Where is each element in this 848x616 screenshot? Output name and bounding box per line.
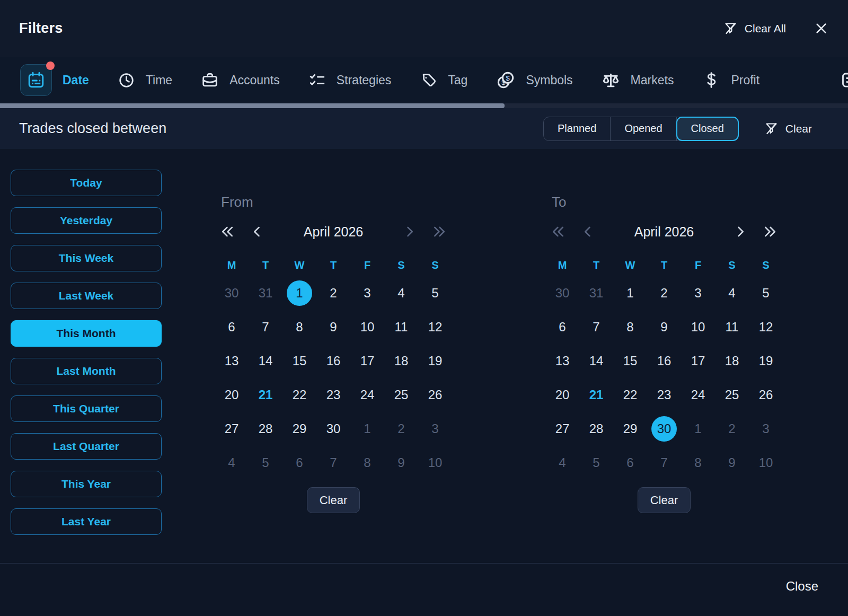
- day-cell[interactable]: 20: [545, 378, 579, 412]
- day-cell[interactable]: 22: [282, 378, 316, 412]
- day-cell[interactable]: 1: [613, 276, 647, 310]
- day-cell[interactable]: 7: [579, 310, 613, 344]
- day-cell[interactable]: 4: [545, 446, 579, 480]
- day-cell[interactable]: 27: [215, 412, 249, 446]
- tab-profit[interactable]: Profit: [702, 71, 759, 89]
- day-cell[interactable]: 26: [749, 378, 783, 412]
- day-cell[interactable]: 16: [316, 344, 350, 378]
- section-clear-button[interactable]: Clear: [764, 121, 812, 136]
- day-cell[interactable]: 17: [681, 344, 715, 378]
- day-cell[interactable]: 20: [215, 378, 249, 412]
- day-cell[interactable]: 13: [545, 344, 579, 378]
- day-cell[interactable]: 4: [715, 276, 749, 310]
- day-cell[interactable]: 2: [384, 412, 418, 446]
- preset-last-month[interactable]: Last Month: [11, 358, 162, 384]
- day-cell-selected[interactable]: 1: [282, 276, 316, 310]
- day-cell[interactable]: 8: [282, 310, 316, 344]
- day-cell[interactable]: 8: [350, 446, 384, 480]
- preset-this-month[interactable]: This Month: [11, 320, 162, 347]
- close-icon[interactable]: [814, 21, 829, 36]
- day-cell[interactable]: 12: [418, 310, 452, 344]
- day-cell[interactable]: 5: [418, 276, 452, 310]
- day-cell[interactable]: 21: [579, 378, 613, 412]
- tab-accounts[interactable]: Accounts: [201, 71, 280, 89]
- day-cell[interactable]: 16: [647, 344, 681, 378]
- day-cell[interactable]: 24: [350, 378, 384, 412]
- day-cell[interactable]: 21: [249, 378, 282, 412]
- day-cell[interactable]: 8: [681, 446, 715, 480]
- day-cell[interactable]: 1: [350, 412, 384, 446]
- day-cell[interactable]: 31: [579, 276, 613, 310]
- day-cell[interactable]: 25: [384, 378, 418, 412]
- day-cell[interactable]: 18: [384, 344, 418, 378]
- day-cell[interactable]: 11: [715, 310, 749, 344]
- day-cell[interactable]: 5: [579, 446, 613, 480]
- day-cell[interactable]: 7: [316, 446, 350, 480]
- calendar-clear-button[interactable]: Clear: [307, 487, 360, 513]
- day-cell[interactable]: 30: [215, 276, 249, 310]
- day-cell[interactable]: 12: [749, 310, 783, 344]
- day-cell[interactable]: 5: [249, 446, 282, 480]
- day-cell[interactable]: 2: [316, 276, 350, 310]
- next-year-button chevrons-right-icon[interactable]: [432, 224, 447, 239]
- day-cell[interactable]: 9: [647, 310, 681, 344]
- prev-year-button chevrons-left-icon[interactable]: [220, 224, 235, 239]
- prev-month-button chevron-left-icon[interactable]: [580, 224, 595, 239]
- day-cell[interactable]: 9: [715, 446, 749, 480]
- tab-time[interactable]: Time: [118, 72, 172, 89]
- day-cell[interactable]: 24: [681, 378, 715, 412]
- day-cell[interactable]: 23: [647, 378, 681, 412]
- day-cell[interactable]: 30: [316, 412, 350, 446]
- preset-yesterday[interactable]: Yesterday: [11, 207, 162, 234]
- day-cell[interactable]: 19: [418, 344, 452, 378]
- preset-last-quarter[interactable]: Last Quarter: [11, 433, 162, 460]
- preset-last-year[interactable]: Last Year: [11, 508, 162, 535]
- day-cell[interactable]: 18: [715, 344, 749, 378]
- tab-symbols[interactable]: $$Symbols: [496, 71, 572, 90]
- day-cell[interactable]: 3: [749, 412, 783, 446]
- tab-scrollbar-thumb[interactable]: [0, 103, 505, 108]
- day-cell[interactable]: 13: [215, 344, 249, 378]
- day-cell[interactable]: 22: [613, 378, 647, 412]
- day-cell[interactable]: 9: [316, 310, 350, 344]
- day-cell[interactable]: 4: [215, 446, 249, 480]
- day-cell[interactable]: 10: [350, 310, 384, 344]
- day-cell[interactable]: 7: [249, 310, 282, 344]
- day-cell[interactable]: 6: [215, 310, 249, 344]
- day-cell[interactable]: 11: [384, 310, 418, 344]
- prev-month-button chevron-left-icon[interactable]: [250, 224, 264, 239]
- day-cell[interactable]: 2: [715, 412, 749, 446]
- tab-date[interactable]: Date: [20, 64, 89, 96]
- preset-this-week[interactable]: This Week: [11, 245, 162, 271]
- day-cell[interactable]: 25: [715, 378, 749, 412]
- day-cell[interactable]: 6: [282, 446, 316, 480]
- preset-this-year[interactable]: This Year: [11, 471, 162, 497]
- day-cell[interactable]: 30: [545, 276, 579, 310]
- day-cell[interactable]: 4: [384, 276, 418, 310]
- next-month-button chevron-right-icon[interactable]: [733, 224, 748, 239]
- day-cell[interactable]: 17: [350, 344, 384, 378]
- day-cell[interactable]: 31: [249, 276, 282, 310]
- day-cell[interactable]: 9: [384, 446, 418, 480]
- day-cell[interactable]: 6: [613, 446, 647, 480]
- segment-opened[interactable]: Opened: [611, 117, 676, 140]
- day-cell[interactable]: 19: [749, 344, 783, 378]
- day-cell[interactable]: 28: [249, 412, 282, 446]
- day-cell[interactable]: 10: [681, 310, 715, 344]
- day-cell[interactable]: 8: [613, 310, 647, 344]
- clear-all-button[interactable]: Clear All: [723, 21, 786, 36]
- day-cell[interactable]: 29: [613, 412, 647, 446]
- day-cell[interactable]: 1: [681, 412, 715, 446]
- day-cell-selected[interactable]: 30: [647, 412, 681, 446]
- preset-this-quarter[interactable]: This Quarter: [11, 395, 162, 422]
- next-year-button chevrons-right-icon[interactable]: [763, 224, 778, 239]
- tab-tag[interactable]: Tag: [420, 72, 467, 89]
- day-cell[interactable]: 3: [681, 276, 715, 310]
- close-button[interactable]: Close: [783, 578, 822, 594]
- segment-closed[interactable]: Closed: [676, 117, 739, 141]
- day-cell[interactable]: 15: [282, 344, 316, 378]
- day-cell[interactable]: 14: [249, 344, 282, 378]
- day-cell[interactable]: 15: [613, 344, 647, 378]
- day-cell[interactable]: 10: [749, 446, 783, 480]
- day-cell[interactable]: 2: [647, 276, 681, 310]
